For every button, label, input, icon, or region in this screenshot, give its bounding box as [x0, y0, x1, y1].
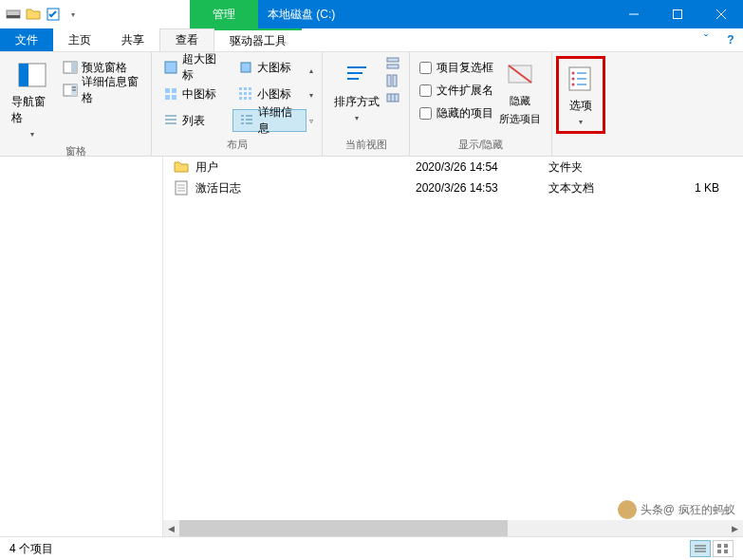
close-button[interactable]	[699, 0, 743, 28]
svg-rect-19	[165, 95, 170, 100]
tab-file[interactable]: 文件	[0, 28, 53, 51]
layout-more-icon[interactable]: ▿	[306, 117, 316, 125]
ribbon-group-panes: 导航窗格 ▾ 预览窗格 详细信息窗格 窗格	[0, 52, 152, 156]
layout-list[interactable]: 列表	[158, 109, 231, 132]
file-row[interactable]: 用户2020/3/26 14:54文件夹	[163, 157, 743, 177]
svg-rect-65	[717, 544, 721, 548]
svg-point-52	[572, 72, 575, 75]
file-type: 文本文档	[548, 180, 653, 196]
checkbox-input[interactable]	[419, 107, 432, 120]
checkbox-file-extensions[interactable]: 文件扩展名	[416, 79, 497, 102]
svg-rect-25	[244, 92, 247, 95]
checkbox-hidden-items[interactable]: 隐藏的项目	[416, 102, 497, 124]
folder-icon	[26, 7, 41, 22]
svg-rect-45	[393, 75, 397, 86]
scroll-track[interactable]	[179, 520, 727, 536]
navigation-tree-pane[interactable]	[0, 157, 163, 536]
avatar-icon	[618, 500, 637, 519]
svg-rect-4	[674, 10, 682, 19]
tab-home[interactable]: 主页	[53, 28, 106, 51]
large-icons-icon	[238, 60, 253, 75]
scroll-thumb[interactable]	[179, 520, 508, 536]
details-pane-button[interactable]: 详细信息窗格	[59, 79, 145, 102]
nav-pane-icon	[17, 60, 47, 90]
ribbon-group-layout: 超大图标 大图标 中图标 小图标 列表	[152, 52, 323, 156]
svg-rect-16	[241, 63, 251, 72]
highlight-annotation: 选项 ▾	[556, 56, 605, 134]
checkbox-item-checkboxes[interactable]: 项目复选框	[416, 56, 497, 79]
window-controls	[612, 0, 743, 28]
help-icon[interactable]: ?	[718, 28, 743, 51]
view-mode-toggles	[690, 540, 734, 557]
svg-rect-46	[387, 94, 399, 102]
medium-icons-icon	[163, 86, 178, 102]
svg-rect-42	[387, 58, 399, 62]
scroll-left-icon[interactable]: ◀	[163, 524, 179, 533]
preview-pane-icon	[63, 60, 78, 75]
nav-pane-button[interactable]: 导航窗格 ▾	[6, 56, 59, 142]
group-by-icon[interactable]	[385, 56, 400, 71]
small-icons-icon	[238, 86, 253, 102]
options-icon	[566, 64, 596, 94]
properties-icon[interactable]	[46, 7, 61, 22]
file-date: 2020/3/26 14:54	[416, 160, 548, 174]
svg-rect-44	[387, 75, 391, 86]
svg-rect-67	[717, 550, 721, 553]
ribbon-group-options: 选项 ▾	[552, 52, 609, 156]
file-type-icon	[173, 179, 190, 196]
nav-pane-label: 导航窗格	[11, 94, 53, 126]
layout-extra-large-icons[interactable]: 超大图标	[158, 56, 231, 79]
layout-details[interactable]: 详细信息	[232, 109, 307, 132]
ribbon-collapse-icon[interactable]: ˇ	[694, 28, 718, 51]
file-area: 用户2020/3/26 14:54文件夹激活日志2020/3/26 14:53文…	[0, 157, 743, 536]
ribbon-group-current-view: 排序方式 ▾ 当前视图	[323, 52, 410, 156]
window-title: 本地磁盘 (C:)	[258, 0, 612, 28]
tab-drive-tools[interactable]: 驱动器工具	[214, 28, 302, 51]
scroll-right-icon[interactable]: ▶	[727, 524, 743, 533]
size-columns-icon[interactable]	[385, 90, 400, 105]
quick-access-toolbar: ▾	[0, 0, 81, 28]
details-view-toggle[interactable]	[690, 540, 711, 557]
tab-share[interactable]: 共享	[106, 28, 159, 51]
file-list-pane[interactable]: 用户2020/3/26 14:54文件夹激活日志2020/3/26 14:53文…	[163, 157, 743, 536]
sort-icon	[342, 60, 372, 90]
ribbon-help-area: ˇ ?	[694, 28, 743, 51]
options-button[interactable]: 选项 ▾	[560, 60, 602, 130]
file-name: 激活日志	[195, 180, 416, 196]
tab-view[interactable]: 查看	[159, 28, 214, 51]
icons-view-toggle[interactable]	[713, 540, 734, 557]
svg-rect-22	[244, 87, 247, 90]
file-type-icon	[173, 159, 190, 176]
svg-rect-24	[239, 92, 242, 95]
svg-point-56	[572, 84, 575, 86]
file-type: 文件夹	[548, 159, 653, 176]
horizontal-scrollbar[interactable]: ◀ ▶	[163, 520, 743, 536]
hide-selected-button[interactable]: 隐藏 所选项目	[497, 56, 543, 130]
group-label-layout: 布局	[158, 136, 316, 154]
titlebar: ▾ 管理 本地磁盘 (C:)	[0, 0, 743, 28]
list-icon	[163, 113, 178, 128]
sort-by-button[interactable]: 排序方式 ▾	[328, 56, 385, 126]
svg-rect-1	[7, 15, 20, 18]
checkbox-input[interactable]	[419, 84, 432, 97]
layout-medium-icons[interactable]: 中图标	[158, 83, 231, 105]
checkbox-input[interactable]	[419, 62, 432, 74]
svg-rect-29	[249, 97, 251, 100]
ribbon: 导航窗格 ▾ 预览窗格 详细信息窗格 窗格 超大图标	[0, 52, 743, 157]
layout-scroll-up-icon[interactable]: ▴	[306, 66, 316, 75]
svg-rect-21	[239, 87, 242, 90]
svg-rect-28	[244, 97, 247, 100]
layout-scroll-down-icon[interactable]: ▾	[306, 91, 316, 100]
file-row[interactable]: 激活日志2020/3/26 14:53文本文档1 KB	[163, 177, 743, 198]
qat-dropdown-icon[interactable]: ▾	[65, 10, 81, 19]
add-columns-icon[interactable]	[385, 73, 400, 88]
layout-small-icons[interactable]: 小图标	[232, 83, 307, 105]
maximize-button[interactable]	[656, 0, 699, 28]
svg-rect-10	[71, 62, 77, 73]
svg-rect-15	[165, 62, 176, 73]
svg-rect-20	[172, 95, 176, 100]
layout-large-icons[interactable]: 大图标	[232, 56, 307, 79]
minimize-button[interactable]	[612, 0, 656, 28]
svg-rect-18	[172, 88, 176, 93]
file-name: 用户	[195, 159, 416, 176]
